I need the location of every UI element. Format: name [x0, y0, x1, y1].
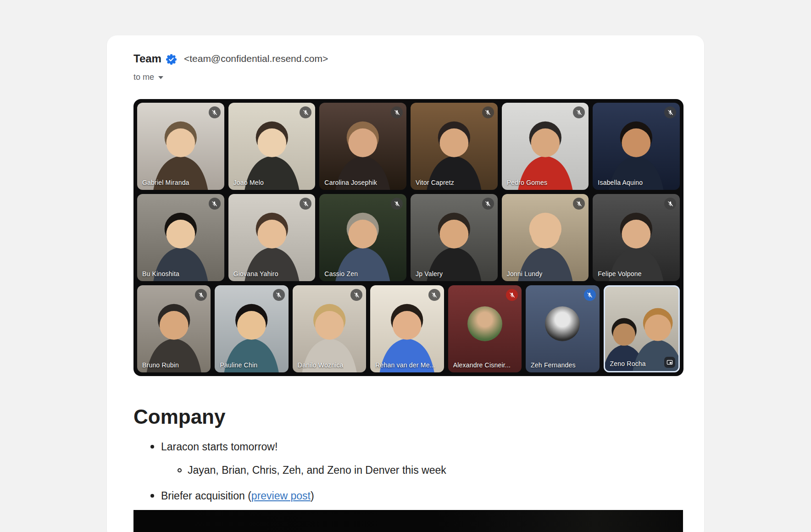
participant-name: Joao Melo: [233, 179, 264, 186]
participant-tile: Giovana Yahiro: [228, 194, 316, 281]
participant-name: Carolina Josephik: [324, 179, 377, 186]
participant-tile: Bruno Rubin: [137, 285, 211, 372]
mute-badge: [273, 289, 285, 301]
participant-tile: Rehan van der Me...: [370, 285, 444, 372]
mic-off-icon: [302, 200, 309, 207]
mic-off-icon: [667, 109, 674, 116]
participant-tile: Jonni Lundy: [502, 194, 589, 281]
mic-off-icon: [198, 292, 205, 299]
participant-tile: Danilo Woznica: [293, 285, 366, 372]
mic-off-icon: [667, 200, 674, 207]
mic-off-icon: [211, 200, 218, 207]
mic-off-icon: [576, 200, 583, 207]
participant-tile: Joao Melo: [228, 103, 316, 190]
preview-post-link[interactable]: preview post: [251, 490, 311, 502]
participant-tile: Felipe Volpone: [593, 194, 680, 281]
mute-badge: [209, 198, 221, 210]
participant-name: Cassio Zen: [324, 270, 358, 277]
bullet-text: Laracon starts tomorrow!: [161, 439, 278, 454]
bullet-dot: [150, 494, 154, 498]
bullet-text: Briefer acquisition (preview post): [161, 488, 314, 504]
mute-badge: [482, 106, 494, 118]
participant-name: Bu Kinoshita: [142, 270, 179, 277]
recipient-label: to me: [133, 72, 154, 82]
participant-name: Danilo Woznica: [298, 361, 344, 369]
participant-tile: Alexandre Cisneir...: [448, 285, 522, 372]
chevron-down-icon: [158, 76, 163, 79]
bullet-subitem: Jayan, Brian, Chris, Zeh, and Zeno in De…: [133, 462, 704, 478]
mic-off-icon: [353, 292, 360, 299]
verified-badge-icon: [166, 54, 177, 65]
mic-off-icon: [275, 292, 282, 299]
participant-tile: Gabriel Miranda: [137, 103, 224, 190]
pip-button: [664, 357, 675, 368]
participant-tile: Jp Valery: [411, 194, 498, 281]
mic-off-icon: [302, 109, 309, 116]
meet-grid-row: Bruno Rubin Pauline Chin Danilo Woznica …: [137, 285, 680, 372]
meet-grid-row: Gabriel Miranda Joao Melo Carolina Josep…: [137, 103, 680, 190]
bullet-text-before: Briefer acquisition (: [161, 490, 251, 502]
participant-tile: Carolina Josephik: [319, 103, 406, 190]
participant-name: Isabella Aquino: [598, 179, 643, 186]
email-card: Team <team@confidential.resend.com> to m…: [107, 35, 704, 532]
participant-tile: Pedro Gomes: [502, 103, 589, 190]
participant-name: Giovana Yahiro: [233, 270, 278, 277]
sender-address[interactable]: <team@confidential.resend.com>: [184, 53, 328, 64]
attached-dark-image[interactable]: [133, 510, 683, 532]
mute-badge: [391, 106, 403, 118]
participant-name: Zeno Rocha: [610, 360, 646, 367]
picture-in-picture-icon: [666, 359, 673, 366]
sender-name[interactable]: Team: [133, 52, 161, 65]
participant-name: Jonni Lundy: [507, 270, 543, 277]
mic-off-icon: [394, 200, 400, 207]
participant-name: Bruno Rubin: [142, 361, 179, 369]
participant-name: Jp Valery: [416, 270, 443, 277]
mute-badge: [428, 289, 440, 301]
mute-badge: [209, 106, 221, 118]
mute-badge: [391, 198, 403, 210]
mute-badge: [506, 289, 518, 301]
participant-name: Rehan van der Me...: [375, 361, 435, 369]
mic-off-icon: [431, 292, 438, 299]
bullet-item: Laracon starts tomorrow!: [133, 439, 704, 454]
mute-badge: [584, 289, 596, 301]
mic-off-icon: [211, 109, 218, 116]
bullet-circle: [178, 468, 182, 472]
mic-off-icon: [509, 292, 516, 299]
participant-tile: Zeh Fernandes: [526, 285, 599, 372]
recipient-dropdown[interactable]: to me: [133, 72, 704, 83]
mic-off-icon: [394, 109, 400, 116]
mic-off-icon: [576, 109, 583, 116]
mute-badge: [664, 106, 676, 118]
participant-tile: Bu Kinoshita: [137, 194, 224, 281]
meet-screenshot-image[interactable]: Gabriel Miranda Joao Melo Carolina Josep…: [133, 99, 683, 376]
participant-name: Alexandre Cisneir...: [453, 361, 511, 369]
mic-off-icon: [484, 109, 491, 116]
meet-grid-row: Bu Kinoshita Giovana Yahiro Cassio Zen J…: [137, 194, 680, 281]
bullet-text: Jayan, Brian, Chris, Zeh, and Zeno in De…: [188, 462, 446, 478]
participant-name: Vitor Capretz: [416, 179, 454, 186]
participant-name: Felipe Volpone: [598, 270, 641, 277]
participant-name: Pedro Gomes: [507, 179, 548, 186]
bullet-item: Briefer acquisition (preview post): [133, 488, 704, 504]
participant-tile: Pauline Chin: [215, 285, 288, 372]
participant-tile: Vitor Capretz: [411, 103, 498, 190]
company-heading: Company: [133, 405, 704, 429]
participant-tile: Cassio Zen: [319, 194, 406, 281]
mute-badge: [664, 198, 676, 210]
profile-avatar: [545, 306, 580, 341]
profile-avatar: [467, 306, 502, 341]
bullet-text-after: ): [311, 490, 314, 502]
participant-tile: Zeno Rocha: [604, 285, 680, 372]
bullet-dot: [150, 445, 154, 449]
mic-off-icon: [586, 292, 593, 299]
email-sender-row: Team <team@confidential.resend.com>: [133, 51, 704, 66]
mic-off-icon: [484, 200, 491, 207]
participant-tile: Isabella Aquino: [593, 103, 680, 190]
participant-name: Zeh Fernandes: [531, 361, 576, 369]
participant-name: Gabriel Miranda: [142, 179, 189, 186]
mute-badge: [482, 198, 494, 210]
participant-name: Pauline Chin: [220, 361, 257, 369]
